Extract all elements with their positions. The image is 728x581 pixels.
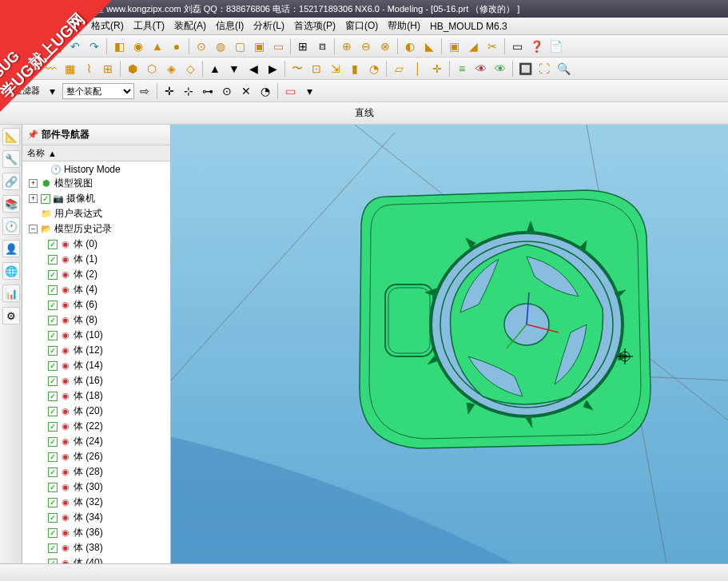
datum-axis-icon[interactable]: │: [409, 60, 427, 78]
tree-item[interactable]: 🕐History Mode: [22, 163, 170, 176]
csys-icon[interactable]: ✛: [428, 60, 446, 78]
menu-format[interactable]: 格式(R): [86, 19, 129, 33]
tree-body-item[interactable]: ✓◉体 (36): [22, 525, 170, 540]
hd3d-tab[interactable]: 📊: [2, 285, 20, 302]
scope-arrow-icon[interactable]: ⇨: [136, 82, 153, 100]
checkbox-icon[interactable]: ✓: [48, 240, 58, 249]
snap-end-icon[interactable]: ⊹: [180, 82, 197, 100]
column-header-name[interactable]: 名称 ▲: [22, 145, 170, 161]
cylinder-icon[interactable]: ◉: [129, 38, 147, 55]
checkbox-icon[interactable]: ✓: [48, 346, 58, 356]
history-tab[interactable]: 🕐: [2, 217, 20, 235]
tree-body-item[interactable]: ✓◉体 (2): [22, 267, 170, 282]
snap-intersect-icon[interactable]: ✕: [237, 82, 255, 100]
tree-body-item[interactable]: ✓◉体 (12): [22, 343, 170, 358]
tree-body-item[interactable]: ✓◉体 (20): [22, 404, 170, 419]
tree-body-item[interactable]: ✓◉体 (30): [22, 480, 170, 495]
process-tab[interactable]: ⚙: [2, 307, 20, 324]
checkbox-icon[interactable]: ✓: [48, 559, 58, 564]
tree-body-item[interactable]: ✓◉体 (38): [22, 540, 170, 555]
graphics-viewport[interactable]: [171, 125, 728, 563]
subtract-icon[interactable]: ⊖: [357, 38, 375, 55]
selection-more-icon[interactable]: ▾: [300, 82, 318, 100]
tree-body-item[interactable]: ✓◉体 (10): [22, 328, 170, 343]
hide-icon[interactable]: 👁: [472, 60, 490, 78]
checkbox-icon[interactable]: ✓: [48, 452, 58, 462]
tree-body-item[interactable]: ✓◉体 (24): [22, 434, 170, 449]
reuse-tab[interactable]: 📚: [2, 195, 20, 213]
mirror-icon[interactable]: ⧈: [313, 38, 331, 55]
tool-icon[interactable]: ⬢: [124, 60, 141, 78]
unite-icon[interactable]: ⊕: [338, 38, 356, 55]
through-curve-icon[interactable]: ⌇: [80, 60, 97, 78]
checkbox-icon[interactable]: ✓: [48, 270, 58, 280]
save-icon[interactable]: 💾: [3, 38, 21, 55]
browser-tab[interactable]: 🌐: [2, 262, 20, 280]
menu-tools[interactable]: 工具(T): [129, 19, 169, 33]
tree-body-item[interactable]: ✓◉体 (14): [22, 358, 170, 373]
checkbox-icon[interactable]: ✓: [48, 392, 58, 401]
checkbox-icon[interactable]: ✓: [48, 376, 58, 386]
tree-body-item[interactable]: ✓◉体 (6): [22, 297, 170, 312]
wave-icon[interactable]: 〜: [288, 60, 306, 78]
checkbox-icon[interactable]: ✓: [48, 255, 58, 265]
checkbox-icon[interactable]: ✓: [48, 437, 58, 447]
tool-a-icon[interactable]: ▲: [206, 60, 224, 78]
menu-assembly[interactable]: 装配(A): [169, 19, 211, 33]
menu-preferences[interactable]: 首选项(P): [289, 19, 340, 33]
cut-icon[interactable]: ✂️: [28, 38, 46, 55]
tree-body-item[interactable]: ✓◉体 (4): [22, 282, 170, 297]
expand-icon[interactable]: –: [29, 225, 38, 233]
extrude-icon[interactable]: ◫: [3, 60, 21, 78]
ruled-icon[interactable]: ▦: [61, 60, 78, 78]
snap-quadrant-icon[interactable]: ◔: [257, 82, 274, 100]
part-navigator-tab[interactable]: 📐: [2, 128, 20, 145]
checkbox-icon[interactable]: ✓: [48, 407, 58, 416]
expand-icon[interactable]: +: [29, 179, 38, 188]
checkbox-icon[interactable]: ✓: [48, 300, 58, 310]
constraint-tab[interactable]: 🔗: [2, 173, 20, 190]
shell-icon[interactable]: ▣: [445, 38, 463, 55]
tree-body-item[interactable]: ✓◉体 (0): [22, 237, 170, 252]
tree-item[interactable]: +⬢模型视图: [22, 176, 170, 191]
tree-body-item[interactable]: ✓◉体 (28): [22, 464, 170, 480]
checkbox-icon[interactable]: ✓: [48, 316, 58, 325]
scale-icon[interactable]: ⇲: [327, 60, 344, 78]
menu-view[interactable]: 视图(V): [3, 19, 45, 33]
undo-icon[interactable]: ↶: [66, 38, 84, 55]
tree-body-item[interactable]: ✓◉体 (34): [22, 510, 170, 525]
tree-body-item[interactable]: ✓◉体 (8): [22, 312, 170, 328]
boss-icon[interactable]: ◍: [212, 38, 229, 55]
view-icon[interactable]: 🔲: [516, 60, 534, 78]
tree-body-item[interactable]: ✓◉体 (1): [22, 252, 170, 267]
tree-body-item[interactable]: ✓◉体 (22): [22, 419, 170, 434]
menu-analysis[interactable]: 分析(L): [249, 19, 289, 33]
slot-icon[interactable]: ▭: [269, 38, 287, 55]
block-icon[interactable]: ◧: [110, 38, 128, 55]
revolve-icon[interactable]: ◐: [22, 60, 40, 78]
zoom-icon[interactable]: 🔍: [555, 60, 572, 78]
snap-center-icon[interactable]: ⊙: [218, 82, 236, 100]
tool-b-icon[interactable]: ▼: [225, 60, 243, 78]
chamfer-icon[interactable]: ◣: [420, 38, 438, 55]
datum-plane-icon[interactable]: ▱: [390, 60, 408, 78]
op2-icon[interactable]: ◇: [181, 60, 199, 78]
tree-body-item[interactable]: ✓◉体 (18): [22, 388, 170, 404]
feature-icon[interactable]: ⬡: [143, 60, 161, 78]
blend-icon[interactable]: ◐: [401, 38, 419, 55]
show-icon[interactable]: 👁: [491, 60, 509, 78]
menu-info[interactable]: 信息(I): [211, 19, 249, 33]
tool-c-icon[interactable]: ◀: [245, 60, 262, 78]
menu-window[interactable]: 窗口(O): [340, 19, 383, 33]
menu-insert[interactable]: 插入(S): [45, 19, 86, 33]
cone-icon[interactable]: ▲: [149, 38, 166, 55]
pocket-icon[interactable]: ▢: [231, 38, 249, 55]
redo-icon[interactable]: ↷: [86, 38, 103, 55]
hole-icon[interactable]: ⊙: [193, 38, 210, 55]
checkbox-icon[interactable]: ✓: [48, 483, 58, 492]
checkbox-icon[interactable]: ✓: [48, 331, 58, 340]
checkbox-icon[interactable]: ✓: [48, 468, 58, 477]
tool-d-icon[interactable]: ▶: [264, 60, 281, 78]
intersect-icon[interactable]: ⊗: [376, 38, 394, 55]
checkbox-icon[interactable]: ✓: [48, 361, 58, 371]
